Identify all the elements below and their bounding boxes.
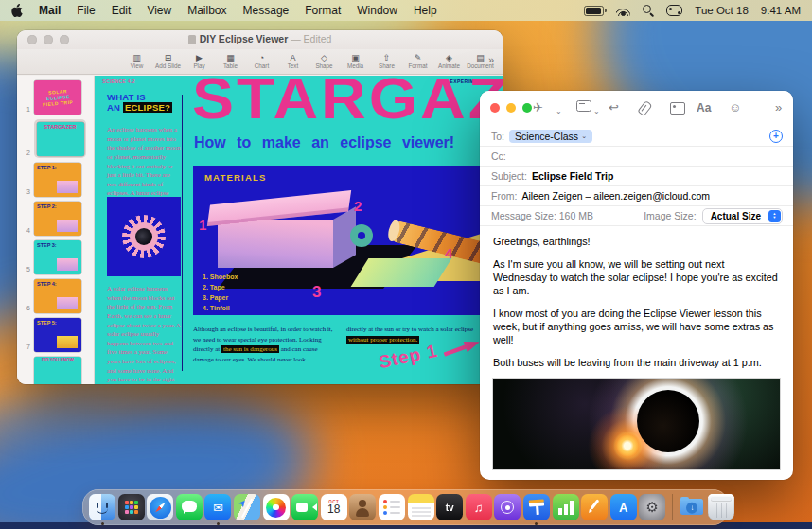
- callout-number-1: 1: [199, 217, 206, 233]
- slide-warning-left: Although an eclipse is beautiful, in ord…: [193, 325, 339, 364]
- dock-tv[interactable]: tv: [436, 494, 463, 520]
- slide-thumbnail-3[interactable]: STEP 1:: [34, 163, 81, 197]
- app-store-letter: A: [619, 501, 627, 515]
- recipient-token[interactable]: Science-Class⌄: [509, 130, 592, 143]
- wifi-icon[interactable]: [616, 6, 630, 16]
- apple-logo-icon[interactable]: [11, 4, 23, 17]
- toolbar-media-button[interactable]: ▣Media: [340, 53, 371, 70]
- dock-podcasts[interactable]: [494, 494, 521, 520]
- toolbar-animate-button[interactable]: ◈Animate: [433, 53, 465, 70]
- slide-number: 5: [22, 266, 30, 274]
- dock-system-settings[interactable]: ⚙: [639, 494, 665, 520]
- dock-maps[interactable]: [234, 494, 260, 520]
- toolbar-add-slide-button[interactable]: ⊞Add Slide: [152, 53, 184, 70]
- toolbar-text-button[interactable]: AText: [277, 53, 309, 70]
- toolbar-play-button[interactable]: ▶Play: [184, 53, 215, 70]
- dock-photos[interactable]: [263, 494, 290, 520]
- dock-music[interactable]: ♫: [466, 494, 492, 520]
- close-button[interactable]: [490, 103, 500, 113]
- control-center-icon[interactable]: [666, 5, 682, 16]
- reply-icon[interactable]: ↩: [609, 100, 619, 115]
- battery-icon[interactable]: [584, 6, 604, 16]
- to-field-row[interactable]: To: Science-Class⌄ +: [480, 127, 793, 147]
- minimize-button[interactable]: [506, 103, 516, 113]
- toolbar-table-button[interactable]: ▦Table: [215, 53, 246, 70]
- menu-app-name[interactable]: Mail: [39, 4, 61, 17]
- slide-thumbnail-1[interactable]: SOLARECLIPSEFIELD TRIP: [34, 80, 81, 115]
- slide-canvas[interactable]: SCIENCE 4.2 EXPERIMENT #11 WHAT IS AN EC…: [95, 76, 503, 384]
- toolbar-overflow-button[interactable]: »: [775, 100, 782, 115]
- dock-finder[interactable]: [89, 494, 115, 520]
- add-contact-button[interactable]: +: [769, 130, 783, 143]
- menu-help[interactable]: Help: [414, 4, 437, 17]
- dock-messages[interactable]: [176, 494, 203, 520]
- insert-photo-button[interactable]: [670, 102, 685, 118]
- dock-app-store[interactable]: A: [610, 494, 637, 520]
- dock-contacts[interactable]: [349, 494, 376, 520]
- add-slide-icon: ⊞: [165, 53, 172, 62]
- slide-navigator: 1 SOLARECLIPSEFIELD TRIP 2 STARGAZER 3 S…: [17, 76, 95, 384]
- slide-thumbnail-8[interactable]: DID YOU KNOW: [34, 357, 81, 384]
- eclipse-photo-attachment[interactable]: [492, 378, 781, 470]
- slide-thumbnail-7[interactable]: STEP 5:: [34, 318, 81, 352]
- slide-thumbnail-2-selected[interactable]: STARGAZER: [37, 122, 84, 156]
- menu-message[interactable]: Message: [243, 4, 290, 17]
- paperclip-icon: [637, 100, 652, 116]
- text-icon: A: [290, 53, 295, 62]
- message-size-label: Message Size: 160 MB: [491, 210, 593, 221]
- send-button[interactable]: ✈: [533, 100, 543, 115]
- search-icon[interactable]: [643, 5, 654, 16]
- dock-mail[interactable]: ✉: [204, 494, 231, 520]
- attach-button[interactable]: [641, 101, 649, 119]
- from-field-row[interactable]: From: Aileen Zeigen – aileen.zeigen@iclo…: [480, 186, 793, 206]
- zoom-button[interactable]: [522, 103, 532, 113]
- menu-window[interactable]: Window: [357, 4, 397, 17]
- toolbar-format-button[interactable]: ✎Format: [402, 53, 433, 70]
- stepper-icon: ▴▾: [768, 210, 781, 222]
- slide-thumbnail-4[interactable]: STEP 2:: [34, 202, 81, 236]
- menu-bar: Mail File Edit View Mailbox Message Form…: [0, 0, 812, 21]
- desktop: Mail File Edit View Mailbox Message Form…: [0, 0, 812, 529]
- slide-thumbnail-6[interactable]: STEP 4:: [34, 279, 81, 313]
- menu-file[interactable]: File: [77, 4, 95, 17]
- toolbar-overflow-button[interactable]: »: [488, 54, 494, 65]
- dock-notes[interactable]: [408, 494, 434, 520]
- format-text-button[interactable]: Aa: [697, 100, 711, 115]
- header-fields-button[interactable]: [576, 100, 591, 115]
- toolbar-shape-button[interactable]: ◇Shape: [309, 53, 340, 70]
- menu-format[interactable]: Format: [305, 4, 341, 17]
- image-size-select[interactable]: Actual Size ▴▾: [702, 208, 783, 224]
- edited-label: — Edited: [291, 33, 331, 44]
- cc-field-row[interactable]: Cc:: [480, 147, 793, 167]
- dock-pages[interactable]: [581, 494, 608, 520]
- toolbar-view-button[interactable]: ▥View: [121, 53, 152, 70]
- dock-downloads-folder[interactable]: ↓: [679, 494, 705, 520]
- send-options-chevron-icon[interactable]: ⌄: [556, 104, 562, 119]
- toolbar-share-button[interactable]: ⇧Share: [371, 53, 402, 70]
- slide-thumbnail-5[interactable]: STEP 3:: [34, 240, 81, 274]
- menu-view[interactable]: View: [147, 4, 171, 17]
- dock-trash[interactable]: [708, 494, 734, 520]
- header-fields-chevron-icon[interactable]: ⌄: [593, 104, 600, 119]
- mail-compose-window[interactable]: ✈ ⌄ ⌄ ↩ Aa ☺ » To: Science-Class⌄ + Cc: …: [480, 91, 793, 480]
- emoji-button[interactable]: ☺: [729, 100, 741, 115]
- menu-bar-time[interactable]: 9:41 AM: [761, 5, 801, 16]
- dock-calendar[interactable]: OCT18: [321, 494, 347, 520]
- to-label: To:: [491, 131, 504, 142]
- dock-launchpad[interactable]: [118, 494, 145, 520]
- protection-highlight-chip: without proper protection.: [346, 336, 419, 344]
- toolbar-chart-button[interactable]: ◔Chart: [246, 53, 277, 70]
- dock-numbers[interactable]: [553, 494, 579, 520]
- dock-safari[interactable]: [147, 494, 173, 520]
- menu-bar-date[interactable]: Tue Oct 18: [695, 5, 748, 16]
- subject-value: Eclipse Field Trip: [532, 170, 613, 182]
- dock-reminders[interactable]: [379, 494, 405, 520]
- menu-mailbox[interactable]: Mailbox: [187, 4, 226, 17]
- menu-edit[interactable]: Edit: [112, 4, 132, 17]
- dock-keynote[interactable]: [523, 494, 550, 520]
- body-paragraph: Both buses will be leaving from the main…: [493, 356, 780, 369]
- dock-facetime[interactable]: [291, 494, 318, 520]
- play-icon: ▶: [196, 53, 203, 62]
- subject-field-row[interactable]: Subject: Eclipse Field Trip: [480, 167, 793, 186]
- keynote-window[interactable]: DIY Eclipse Viewer — Edited ▥View ⊞Add S…: [17, 30, 503, 384]
